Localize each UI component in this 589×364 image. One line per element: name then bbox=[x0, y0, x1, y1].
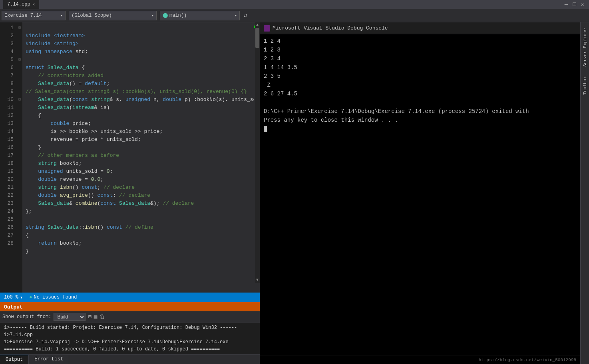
output-toolbar: Show output from: Build ⊟ ▤ 🗑 bbox=[0, 311, 260, 322]
check-icon: ● bbox=[29, 295, 32, 300]
project-label: Exercise 7.14 bbox=[4, 13, 42, 18]
output-source-select[interactable]: Build bbox=[54, 313, 86, 321]
scope-label: (Global Scope) bbox=[72, 13, 112, 18]
output-btn-2[interactable]: ▤ bbox=[94, 313, 97, 320]
tab-filename: 7.14.cpp bbox=[7, 2, 30, 7]
minimize-button[interactable]: — bbox=[563, 1, 569, 8]
function-dropdown[interactable]: ⬤ main() ▾ bbox=[160, 11, 240, 20]
function-icon: ⬤ bbox=[163, 12, 168, 18]
tab-error-list[interactable]: Error List bbox=[29, 355, 69, 364]
debug-console-header: Microsoft Visual Studio Debug Console bbox=[260, 22, 580, 34]
close-button[interactable]: ✕ bbox=[579, 1, 586, 8]
project-dropdown-arrow: ▾ bbox=[60, 13, 63, 18]
editor-tab[interactable]: 7.14.cpp ✕ bbox=[3, 0, 39, 9]
zoom-status[interactable]: 100 % ▾ bbox=[4, 295, 23, 301]
left-panel: 1 2 3 4 5 6 7 8 9 10 11 12 13 14 15 16 1 bbox=[0, 22, 260, 364]
output-btn-3[interactable]: 🗑 bbox=[99, 314, 105, 320]
debug-footer: https://blog.csdn.net/weixin_50012998 bbox=[260, 356, 580, 364]
scrollbar-thumb[interactable] bbox=[255, 28, 259, 48]
output-btn-1[interactable]: ⊟ bbox=[88, 313, 91, 320]
function-label: main() bbox=[169, 13, 187, 18]
debug-output[interactable]: 1 2 4 1 2 3 2 3 4 1 4 14 3.5 2 3 5 Z 2 6… bbox=[260, 34, 580, 356]
output-text: 1>------ Build started: Project: Exercis… bbox=[0, 322, 260, 354]
collapse-10[interactable]: ⊟ bbox=[18, 96, 21, 104]
editor-toolbar: Exercise 7.14 ▾ (Global Scope) ▾ ⬤ main(… bbox=[0, 9, 589, 22]
zoom-arrow: ▾ bbox=[20, 295, 23, 301]
status-bar: 100 % ▾ ● No issues found bbox=[0, 293, 260, 302]
collapse-5[interactable]: ⊟ bbox=[18, 56, 21, 64]
output-panel: Output Show output from: Build ⊟ ▤ 🗑 1>-… bbox=[0, 302, 260, 364]
debug-icon bbox=[264, 25, 270, 32]
vertical-scrollbar[interactable]: ▲ ▼ bbox=[255, 22, 260, 283]
title-bar-left: 7.14.cpp ✕ bbox=[3, 0, 39, 9]
sidebar-server-explorer[interactable]: Server Explorer bbox=[582, 24, 588, 70]
zoom-value: 100 % bbox=[4, 295, 18, 300]
debug-console-panel: Microsoft Visual Studio Debug Console 1 … bbox=[260, 22, 580, 364]
maximize-button[interactable]: □ bbox=[571, 1, 577, 8]
project-dropdown[interactable]: Exercise 7.14 ▾ bbox=[2, 11, 66, 20]
debug-title: Microsoft Visual Studio Debug Console bbox=[273, 25, 388, 31]
main-content: 1 2 3 4 5 6 7 8 9 10 11 12 13 14 15 16 1 bbox=[0, 22, 589, 364]
title-bar-controls: — □ ✕ bbox=[563, 1, 586, 8]
collapse-1[interactable]: ⊟ bbox=[18, 24, 21, 32]
minimap-indicator bbox=[254, 26, 255, 28]
issues-text: No issues found bbox=[34, 295, 77, 300]
issues-status: ● No issues found bbox=[29, 295, 77, 300]
scope-dropdown[interactable]: (Global Scope) ▾ bbox=[69, 11, 157, 20]
title-bar: 7.14.cpp ✕ — □ ✕ bbox=[0, 0, 589, 9]
function-dropdown-arrow: ▾ bbox=[235, 13, 237, 18]
collapse-gutters: ⊟ ⊟ ⊟ bbox=[17, 22, 22, 293]
sidebar-toolbox[interactable]: Toolbox bbox=[582, 73, 588, 98]
scope-dropdown-arrow: ▾ bbox=[151, 13, 154, 18]
tab-close-icon[interactable]: ✕ bbox=[33, 2, 35, 7]
code-region: 1 2 3 4 5 6 7 8 9 10 11 12 13 14 15 16 1 bbox=[0, 22, 260, 293]
right-sidebar: Server Explorer Toolbox bbox=[580, 22, 589, 364]
sync-icon[interactable]: ⇄ bbox=[241, 12, 249, 19]
output-tabs: Output Error List bbox=[0, 354, 260, 364]
app-window: 7.14.cpp ✕ — □ ✕ Exercise 7.14 ▾ (Global… bbox=[0, 0, 589, 364]
minimap bbox=[254, 22, 255, 283]
tab-output[interactable]: Output bbox=[0, 355, 29, 364]
line-numbers: 1 2 3 4 5 6 7 8 9 10 11 12 13 14 15 16 1 bbox=[0, 22, 17, 293]
code-editor[interactable]: #include <iostream> #include <string> us… bbox=[22, 22, 260, 293]
scrollbar-up-arrow[interactable]: ▲ bbox=[255, 22, 259, 28]
output-header: Output bbox=[0, 303, 260, 311]
show-output-label: Show output from: bbox=[2, 314, 51, 320]
scrollbar-down-arrow[interactable]: ▼ bbox=[255, 277, 259, 283]
